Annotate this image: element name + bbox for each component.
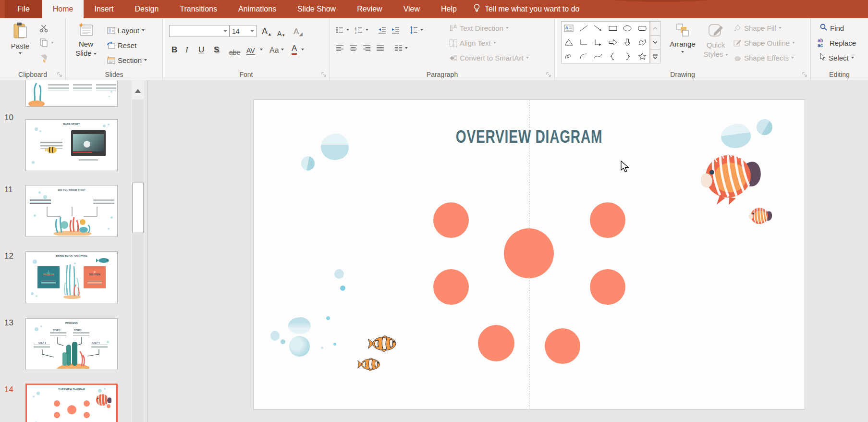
font-name-select[interactable] xyxy=(169,25,230,37)
tab-animations[interactable]: Animations xyxy=(228,0,287,18)
text-shadow-button[interactable]: S xyxy=(214,43,219,55)
slide-thumbnail-9-partial[interactable] xyxy=(25,80,118,107)
shape-rounded-rectangle[interactable] xyxy=(635,22,650,36)
quick-styles-button[interactable]: Quick Styles xyxy=(701,23,731,59)
font-color-dropdown[interactable] xyxy=(301,49,304,50)
font-dialog-launcher[interactable] xyxy=(321,71,327,77)
slide-thumbnail-13[interactable]: PROCESS STEP 2 STEP 3 STEP 1 STEP 4 xyxy=(25,318,118,370)
reset-button[interactable]: Reset xyxy=(107,39,136,51)
shape-down-arrow[interactable] xyxy=(620,36,635,50)
slide-circle[interactable] xyxy=(433,202,469,238)
panel-scrollbar[interactable] xyxy=(132,80,144,422)
tab-transitions[interactable]: Transitions xyxy=(169,0,228,18)
replace-button[interactable]: ab ac Replace xyxy=(818,37,856,49)
shape-outline-button[interactable]: Shape Outline xyxy=(734,37,795,49)
shapes-scroll-up[interactable] xyxy=(650,21,660,36)
cut-button[interactable] xyxy=(39,24,49,35)
shape-rectangle[interactable] xyxy=(606,22,621,36)
new-slide-button[interactable]: New Slide xyxy=(72,22,100,58)
panel-scroll-up-button[interactable] xyxy=(132,83,144,99)
increase-indent-button[interactable] xyxy=(391,24,400,36)
format-painter-button[interactable] xyxy=(39,54,48,65)
text-direction-button[interactable]: A Text Direction xyxy=(449,22,509,34)
convert-smartart-button[interactable]: Convert to SmartArt xyxy=(449,52,529,63)
layout-button[interactable]: Layout xyxy=(107,25,145,36)
tab-view[interactable]: View xyxy=(393,0,430,18)
shrink-font-button[interactable]: A▼ xyxy=(277,26,285,37)
italic-button[interactable]: I xyxy=(185,43,188,55)
shape-arc[interactable] xyxy=(576,49,591,63)
slide-circle[interactable] xyxy=(590,269,625,305)
section-button[interactable]: Section xyxy=(107,54,147,66)
shape-effects-button[interactable]: Shape Effects xyxy=(734,52,794,63)
align-right-button[interactable] xyxy=(363,42,371,54)
slide-circle[interactable] xyxy=(433,269,469,305)
shape-curve[interactable] xyxy=(591,49,606,63)
slide-title[interactable]: OVERVIEW DIAGRAM xyxy=(314,127,744,147)
clipboard-dialog-launcher[interactable] xyxy=(57,71,63,77)
shape-right-arrow[interactable] xyxy=(606,36,621,50)
slide-thumbnail-10[interactable]: DADS STORY xyxy=(25,119,118,171)
underline-button[interactable]: U xyxy=(198,43,204,55)
arrange-button[interactable]: Arrange xyxy=(666,23,699,53)
shape-line[interactable] xyxy=(576,22,591,36)
slide-circle[interactable] xyxy=(590,202,625,238)
strikethrough-button[interactable]: abe xyxy=(229,45,240,56)
bullets-button[interactable] xyxy=(336,24,349,36)
shape-elbow-arrow[interactable] xyxy=(591,36,606,50)
shape-freeform[interactable] xyxy=(635,36,650,50)
line-spacing-button[interactable] xyxy=(410,24,423,36)
drawing-dialog-launcher[interactable] xyxy=(802,71,808,77)
justify-button[interactable] xyxy=(376,42,384,54)
grow-font-button[interactable]: A▲ xyxy=(262,25,272,37)
slide-thumbnail-11[interactable]: DID YOU KNOW THIS? xyxy=(25,185,118,237)
change-case-button[interactable]: Aa xyxy=(269,43,279,55)
align-text-button[interactable]: Align Text xyxy=(449,37,496,49)
shape-fill-button[interactable]: Shape Fill xyxy=(734,22,782,34)
slide-thumbnail-12[interactable]: PROBLEM VS. SOLUTION ⚓ PROBLEM ⚙ SOLUTIO… xyxy=(25,251,118,303)
numbering-button[interactable]: 123 xyxy=(355,24,368,36)
tab-design[interactable]: Design xyxy=(124,0,169,18)
tab-help[interactable]: Help xyxy=(430,0,467,18)
tab-home[interactable]: Home xyxy=(42,0,84,18)
shape-right-brace[interactable] xyxy=(620,49,635,63)
slide-circle[interactable] xyxy=(478,325,514,361)
shape-textbox[interactable]: A xyxy=(562,22,576,36)
shape-elbow[interactable] xyxy=(576,36,591,50)
clear-formatting-button[interactable]: A◢ xyxy=(293,25,303,37)
copy-button[interactable] xyxy=(39,38,48,49)
align-center-button[interactable] xyxy=(349,42,357,54)
tab-insert[interactable]: Insert xyxy=(84,0,124,18)
shape-triangle[interactable] xyxy=(562,36,576,50)
tell-me-box[interactable]: Tell me what you want to do xyxy=(473,0,579,18)
shape-star[interactable] xyxy=(635,49,650,63)
font-size-select[interactable]: 14 xyxy=(230,25,257,37)
align-left-button[interactable] xyxy=(336,42,344,54)
editor-canvas[interactable]: OVERVIEW DIAGRAM xyxy=(148,80,868,422)
character-spacing-dropdown[interactable] xyxy=(260,49,263,50)
font-color-button[interactable]: A xyxy=(292,43,297,55)
panel-scrollbar-thumb[interactable] xyxy=(132,183,144,233)
slide-circle[interactable] xyxy=(545,328,580,364)
character-spacing-button[interactable]: AV xyxy=(246,43,255,55)
find-button[interactable]: Find xyxy=(819,22,844,34)
columns-button[interactable] xyxy=(394,42,408,54)
shape-scribble[interactable] xyxy=(562,49,576,63)
paragraph-dialog-launcher[interactable] xyxy=(546,71,552,77)
bold-button[interactable]: B xyxy=(171,43,177,55)
shape-left-brace[interactable] xyxy=(606,49,621,63)
change-case-dropdown[interactable] xyxy=(281,49,284,50)
decrease-indent-button[interactable] xyxy=(378,24,386,36)
select-button[interactable]: Select xyxy=(819,52,854,63)
shapes-gallery-more[interactable] xyxy=(650,50,660,63)
slide-circle-large[interactable] xyxy=(504,228,554,278)
shape-line-arrow[interactable] xyxy=(591,22,606,36)
tab-file[interactable]: File xyxy=(5,0,42,18)
tab-review[interactable]: Review xyxy=(346,0,392,18)
slide-thumbnail-14[interactable]: OVERVIEW DIAGRAM xyxy=(25,384,118,422)
slide-canvas[interactable]: OVERVIEW DIAGRAM xyxy=(253,99,805,410)
paste-button[interactable]: Paste xyxy=(8,22,33,54)
shape-oval[interactable] xyxy=(620,22,635,36)
shapes-scroll-down[interactable] xyxy=(650,36,660,50)
tab-slideshow[interactable]: Slide Show xyxy=(287,0,346,18)
